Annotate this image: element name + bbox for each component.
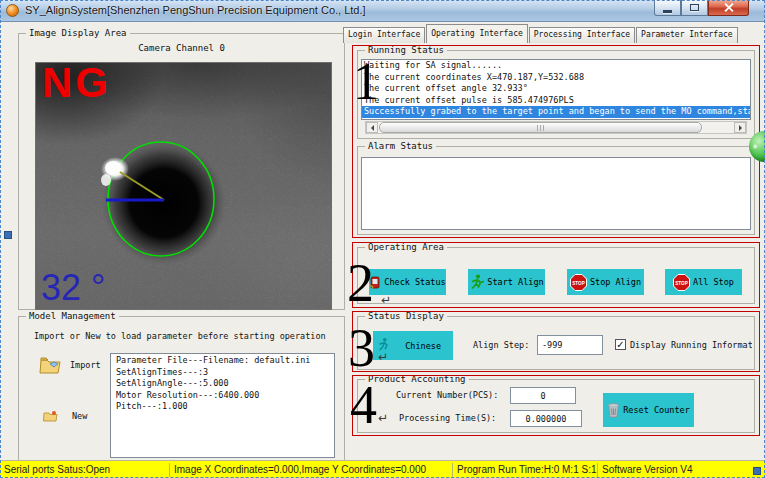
scrollbar-grip	[537, 125, 545, 131]
alarm-status-group: Alarm Status	[357, 146, 755, 235]
current-number-field[interactable]: 0	[510, 387, 576, 404]
close-icon	[723, 2, 734, 13]
model-management-group: Model Management Import or New to load p…	[18, 316, 345, 460]
parameter-line: SetAlignAngle---:5.000	[114, 378, 331, 390]
return-mark-icon: ↵	[378, 411, 388, 425]
log-line: The current offset angle 32.933°	[362, 83, 750, 95]
new-button[interactable]: New	[43, 410, 87, 422]
reset-counter-label: Reset Counter	[623, 405, 690, 415]
scroll-right-button[interactable]	[734, 122, 746, 133]
minimize-icon	[663, 10, 672, 13]
start-align-runner-icon	[469, 274, 484, 290]
log-horizontal-scrollbar[interactable]	[365, 121, 747, 134]
minimize-button[interactable]	[654, 0, 681, 16]
status-display-group: Status Display Chinese Align Step: -999 …	[357, 316, 755, 370]
new-button-label: New	[72, 411, 87, 421]
tab-bar: Login Interface Operating Interface Proc…	[343, 24, 739, 43]
current-number-label: Current Number(PCS):	[396, 390, 498, 400]
annotation-number-4: 4	[350, 378, 377, 432]
running-status-group: Running Status Waiting for SA signal....…	[357, 50, 755, 139]
import-button-label: Import	[70, 360, 101, 370]
selection-handle-left[interactable]	[4, 231, 12, 239]
product-accounting-group-label: Product Accounting	[365, 373, 469, 385]
status-program-run-time: Program Run Time:H:0 M:1 S:1	[453, 463, 598, 477]
start-align-button[interactable]: Start Align	[468, 269, 545, 295]
parameter-line: Parameter File---Filename: default.ini	[114, 355, 331, 367]
scroll-left-arrow-icon	[368, 125, 374, 131]
status-software-version: Software Version V4	[598, 463, 765, 477]
log-line: The current coordinates X=470.187,Y=532.…	[362, 72, 750, 84]
tab-login-interface[interactable]: Login Interface	[343, 27, 425, 43]
log-line: Waiting for SA signal......	[362, 60, 750, 72]
camera-channel-label: Camera Channel 0	[19, 43, 344, 53]
import-folder-icon	[39, 355, 62, 375]
selection-handle-bottom-right[interactable]	[753, 467, 761, 475]
display-running-info-checkbox[interactable]: ✓	[615, 339, 626, 350]
check-status-button[interactable]: Check Status	[369, 269, 446, 295]
running-status-log[interactable]: Waiting for SA signal...... The current …	[361, 59, 751, 120]
maximize-icon	[690, 4, 699, 11]
start-align-label: Start Align	[487, 277, 543, 287]
scroll-left-button[interactable]	[366, 122, 378, 133]
window-title: SY_AlignSystem[Shenzhen PengShun Precisi…	[25, 4, 366, 16]
title-bar: SY_AlignSystem[Shenzhen PengShun Precisi…	[0, 0, 765, 22]
tab-processing-interface[interactable]: Processing Interface	[529, 27, 635, 43]
align-step-label: Align Step:	[473, 340, 529, 350]
reset-counter-button[interactable]: Reset Counter	[603, 393, 694, 427]
processing-time-label: Processing Time(S):	[399, 413, 496, 423]
status-image-coordinates: Image X Coordinates=0.000,Image Y Coordi…	[170, 463, 453, 477]
product-accounting-group: Product Accounting Current Number(PCS): …	[357, 379, 755, 433]
parameter-line: Motor Resolution---:6400.000	[114, 390, 331, 402]
alarm-status-log[interactable]	[361, 157, 751, 230]
all-stop-label: All Stop	[693, 277, 734, 287]
alarm-status-group-label: Alarm Status	[365, 140, 436, 152]
maximize-button[interactable]	[681, 0, 708, 16]
new-folder-icon	[43, 410, 58, 422]
parameter-line: SetAlignTimes---:3	[114, 367, 331, 379]
tab-operating-interface[interactable]: Operating Interface	[426, 24, 528, 43]
parameter-line: Pitch---:1.000	[114, 401, 331, 413]
stop-align-button[interactable]: STOP Stop Align	[567, 269, 644, 295]
svg-text:STOP: STOP	[675, 280, 687, 285]
stop-align-stop-icon: STOP	[570, 274, 587, 291]
processing-time-field[interactable]: 0.000000	[510, 410, 582, 427]
trash-icon	[607, 403, 620, 418]
ng-result-text: NG	[42, 62, 111, 107]
scrollbar-thumb[interactable]	[379, 122, 702, 133]
status-bar: Serial ports Satus:Open Image X Coordina…	[0, 460, 765, 478]
image-display-group-label: Image Display Area	[26, 27, 130, 39]
angle-overlay-text: 32 °	[41, 267, 105, 309]
import-button[interactable]: Import	[39, 355, 101, 375]
image-display-group: Image Display Area Camera Channel 0	[18, 33, 345, 310]
operating-area-group-label: Operating Area	[365, 241, 447, 253]
status-display-group-label: Status Display	[365, 310, 447, 322]
annotation-number-2: 2	[347, 256, 374, 310]
return-mark-icon: ↵	[378, 350, 388, 364]
status-serial-port: Serial ports Satus:Open	[0, 463, 170, 477]
app-window: SY_AlignSystem[Shenzhen PengShun Precisi…	[0, 0, 765, 478]
model-management-group-label: Model Management	[26, 310, 119, 322]
all-stop-button[interactable]: STOP All Stop	[665, 269, 742, 295]
tab-parameter-interface[interactable]: Parameter Interface	[636, 27, 738, 43]
return-mark-icon: ↵	[381, 293, 391, 307]
parameter-textbox[interactable]: Parameter File---Filename: default.ini S…	[110, 353, 335, 458]
app-icon	[6, 4, 19, 17]
chinese-button-label: Chinese	[405, 341, 441, 351]
display-running-info-label: Display Running Information	[630, 340, 752, 350]
scroll-right-arrow-icon	[739, 125, 745, 131]
align-step-field[interactable]: -999	[537, 335, 603, 355]
log-line-highlighted: Successfully grabed to the target point …	[362, 106, 750, 118]
annotation-number-1: 1	[353, 56, 379, 108]
annotation-number-3: 3	[348, 321, 375, 375]
all-stop-stop-icon: STOP	[673, 274, 690, 291]
log-line: The current offset pulse is 585.474976PL…	[362, 95, 750, 107]
bright-spot-tail	[101, 174, 111, 186]
bright-spot	[105, 161, 121, 175]
stop-align-label: Stop Align	[590, 277, 641, 287]
svg-text:STOP: STOP	[572, 280, 584, 285]
close-button[interactable]	[708, 0, 749, 16]
check-status-label: Check Status	[384, 277, 445, 287]
camera-image: NG 32 °	[35, 62, 332, 310]
model-hint-text: Import or New to load parameter before s…	[34, 331, 326, 341]
operating-area-group: Operating Area Check Status Start Align …	[357, 247, 755, 304]
